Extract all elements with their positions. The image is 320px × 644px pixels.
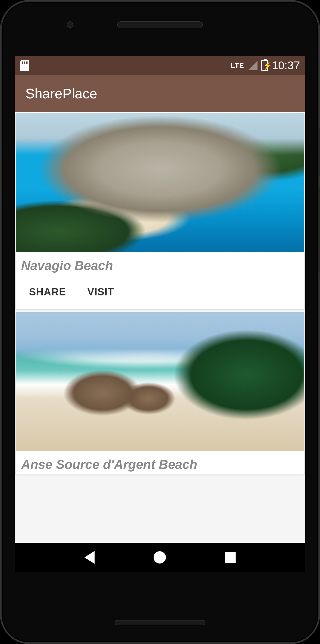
status-bar: LTE 10:37	[15, 56, 305, 75]
status-clock: 10:37	[272, 59, 300, 72]
visit-button[interactable]: VISIT	[79, 284, 122, 300]
app-bar: SharePlace	[15, 75, 305, 112]
signal-icon	[248, 61, 257, 70]
bottom-speaker	[115, 620, 205, 625]
front-camera	[67, 21, 73, 28]
device-screen: LTE 10:37 SharePlace Navagio Beach SHARE…	[15, 56, 305, 572]
app-title: SharePlace	[25, 86, 97, 102]
back-button-icon[interactable]	[84, 551, 95, 564]
card-list[interactable]: Navagio Beach SHARE VISIT Anse Source d'…	[15, 112, 305, 543]
sd-card-icon	[20, 60, 29, 71]
side-button	[318, 128, 320, 176]
place-title: Anse Source d'Argent Beach	[16, 451, 304, 475]
place-image[interactable]	[16, 113, 304, 252]
place-title: Navagio Beach	[16, 252, 304, 276]
navigation-bar	[15, 543, 305, 572]
side-button	[318, 187, 320, 273]
place-card: Navagio Beach SHARE VISIT	[16, 113, 304, 309]
share-button[interactable]: SHARE	[21, 284, 74, 300]
place-image[interactable]	[16, 312, 304, 451]
place-card: Anse Source d'Argent Beach	[16, 312, 304, 475]
home-button-icon[interactable]	[154, 551, 166, 564]
network-type: LTE	[231, 61, 244, 70]
phone-frame: LTE 10:37 SharePlace Navagio Beach SHARE…	[0, 0, 320, 644]
card-actions: SHARE VISIT	[16, 276, 304, 309]
battery-charging-icon	[261, 60, 268, 71]
earpiece-speaker	[117, 21, 203, 28]
recent-apps-button-icon[interactable]	[225, 552, 236, 563]
